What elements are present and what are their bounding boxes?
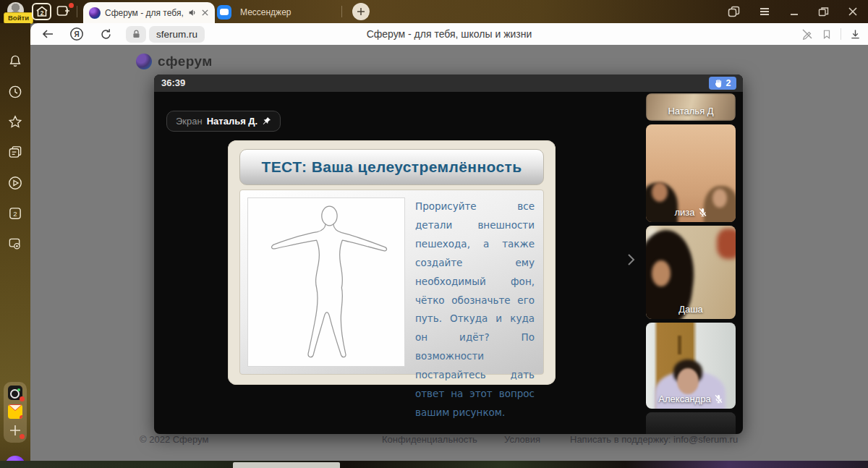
tab-title: Мессенджер [240, 7, 339, 17]
tab-panels-icon[interactable] [728, 6, 740, 17]
screen-share-name: Наталья Д. [207, 116, 258, 127]
login-badge[interactable]: Войти [4, 12, 33, 24]
participant-tile-dasha[interactable]: Даша [646, 226, 736, 319]
desktop-taskbar-edge [0, 461, 868, 468]
sidebar-tab-count: 2 [13, 210, 17, 218]
raised-hand-icon [715, 79, 723, 88]
tab-messenger[interactable]: Мессенджер [217, 3, 339, 22]
bookmark-icon[interactable] [822, 29, 832, 40]
footer-link-support[interactable]: Написать в поддержку: info@sferum.ru [570, 434, 738, 445]
participant-tile-liza[interactable]: лиза [646, 124, 736, 222]
participant-tile-alexandra[interactable]: Александра [646, 323, 736, 409]
browser-side-panel: 2 [0, 23, 30, 461]
tab-close-icon[interactable] [201, 9, 209, 17]
screenshot-icon[interactable] [7, 237, 23, 252]
mic-muted-icon [714, 394, 723, 404]
yandex-mail-icon[interactable] [8, 404, 22, 419]
history-clock-icon[interactable] [8, 85, 23, 100]
participant-name: лиза [674, 207, 694, 218]
sferum-logo-icon [136, 54, 152, 69]
collapse-thumbnails-chevron-icon[interactable] [626, 252, 636, 267]
divider [341, 6, 342, 17]
sferum-logo[interactable]: сферум [136, 54, 213, 69]
mic-muted-icon [698, 208, 707, 217]
person-face [677, 368, 699, 394]
notifications-bell-icon[interactable] [8, 54, 23, 69]
slide-body: Прорисуйте все детали внешности пешехода… [239, 190, 544, 375]
messenger-icon [217, 5, 231, 20]
participant-name: Александра [658, 393, 710, 404]
lock-icon [132, 29, 141, 39]
person-face [712, 189, 727, 208]
screen-share-prefix: Экран [176, 116, 203, 127]
notification-dot [20, 396, 25, 401]
participant-name: Даша [678, 304, 703, 315]
background-object [717, 229, 736, 259]
sferum-favicon-icon [89, 7, 101, 19]
tab-audio-icon[interactable] [188, 8, 197, 17]
pin-icon [262, 116, 271, 126]
video-still [646, 412, 736, 434]
camera-app-icon[interactable] [8, 386, 22, 400]
address-bar[interactable]: sferum.ru [149, 26, 205, 43]
pen-disabled-icon[interactable] [801, 28, 813, 40]
participant-name: Наталья Д [668, 106, 713, 116]
home-icon: 2 [35, 6, 48, 17]
screen: Войти 2 Сферум - для тебя, ш [0, 0, 868, 468]
refresh-button[interactable] [95, 25, 116, 43]
restore-icon[interactable] [818, 7, 829, 17]
menu-icon[interactable] [759, 7, 770, 17]
collections-icon[interactable] [7, 145, 23, 161]
shared-slide: ТЕСТ: Ваша целеустремлённость Прорисуйте… [228, 140, 556, 385]
minimize-icon[interactable] [789, 7, 799, 16]
address-domain: sferum.ru [149, 29, 205, 40]
slide-title: ТЕСТ: Ваша целеустремлённость [239, 149, 544, 185]
screen-share-label[interactable]: Экран Наталья Д. [166, 111, 281, 132]
tab-title: Сферум - для тебя, ш [105, 8, 184, 18]
home-tabs-button[interactable]: 2 [32, 3, 51, 20]
person-face [652, 182, 668, 202]
close-window-icon[interactable] [848, 7, 858, 17]
notification-dot [20, 415, 22, 419]
new-window-button[interactable] [56, 4, 72, 19]
footer-link-terms[interactable]: Условия [504, 434, 540, 445]
add-app-button[interactable] [8, 423, 22, 438]
notification-dot [69, 3, 74, 8]
back-button[interactable] [38, 25, 58, 43]
browser-tab-bar: Войти 2 Сферум - для тебя, ш [0, 0, 868, 23]
divider [77, 6, 77, 17]
video-play-icon[interactable] [7, 175, 23, 191]
browser-toolbar: Я sferum.ru Сферум - для тебя, школы и ж… [30, 23, 868, 45]
video-call-panel: 36:39 2 Экран Наталья Д. [154, 75, 743, 434]
sferum-logo-text: сферум [158, 54, 213, 69]
raised-hands-badge[interactable]: 2 [709, 77, 736, 90]
home-tab-count: 2 [40, 9, 43, 17]
pinned-apps-group [4, 382, 27, 443]
desktop-window-edge [233, 462, 340, 468]
tabs-count-icon[interactable]: 2 [8, 206, 23, 221]
footer-copyright: © 2022 Сферум [140, 434, 208, 445]
cabinet-detail [678, 336, 681, 354]
raised-hands-count: 2 [726, 78, 731, 88]
participant-tile-natalya[interactable]: Наталья Д [646, 93, 736, 121]
call-header: 36:39 2 [154, 75, 743, 92]
participant-tile-camera-off[interactable] [646, 412, 736, 434]
download-icon[interactable] [850, 29, 861, 40]
call-timer: 36:39 [161, 77, 185, 88]
svg-text:Я: Я [74, 30, 79, 38]
bookmarks-star-icon[interactable] [7, 115, 23, 130]
human-outline-icon [254, 195, 399, 369]
plus-icon [357, 7, 365, 16]
divider [841, 28, 841, 40]
yandex-search-button[interactable]: Я [67, 25, 87, 43]
person-face [652, 260, 671, 286]
notification-dot [20, 434, 25, 439]
new-tab-button[interactable] [352, 3, 370, 20]
slide-text: Прорисуйте все детали внешности пешехода… [412, 190, 543, 374]
tab-sferum[interactable]: Сферум - для тебя, ш [83, 2, 215, 23]
footer-link-privacy[interactable]: Конфиденциальность [382, 434, 477, 445]
site-security-chip[interactable] [126, 26, 146, 43]
figure-drawing [247, 197, 405, 367]
